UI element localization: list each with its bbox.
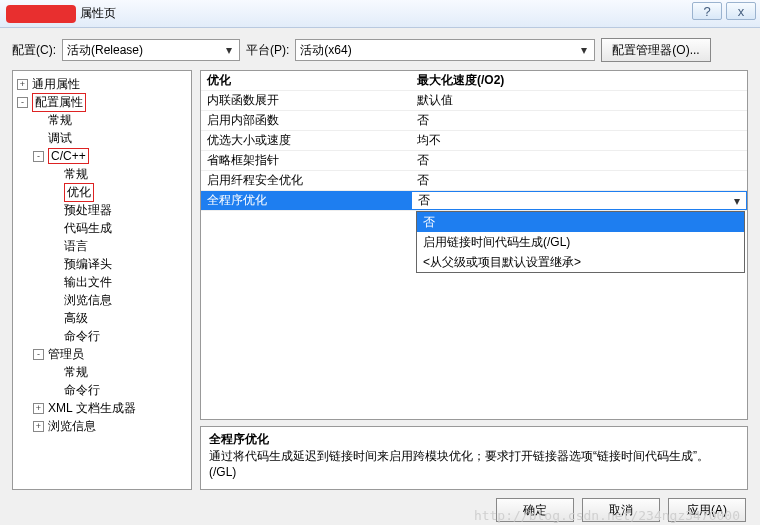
title-bar: 属性页 ? x [0, 0, 760, 28]
tree-node[interactable]: 常规 [15, 111, 189, 129]
tree-node[interactable]: 命令行 [15, 381, 189, 399]
platform-combo[interactable]: 活动(x64) ▾ [295, 39, 595, 61]
property-value[interactable]: 否 [411, 171, 747, 190]
tree-node[interactable]: +通用属性 [15, 75, 189, 93]
collapse-icon[interactable]: - [17, 97, 28, 108]
chevron-down-icon: ▾ [576, 41, 592, 59]
close-button[interactable]: x [726, 2, 756, 20]
property-grid: 优化最大化速度(/O2)内联函数展开默认值启用内部函数否优选大小或速度均不省略框… [200, 70, 748, 420]
property-value[interactable]: 否 [411, 111, 747, 130]
collapse-icon[interactable]: - [33, 151, 44, 162]
tree-node-label: 管理员 [48, 346, 84, 363]
tree-node-label: 代码生成 [64, 220, 112, 237]
tree-node[interactable]: 常规 [15, 165, 189, 183]
redaction-scribble [6, 5, 76, 23]
expand-icon[interactable]: + [33, 421, 44, 432]
configuration-row: 配置(C): 活动(Release) ▾ 平台(P): 活动(x64) ▾ 配置… [0, 28, 760, 70]
description-panel: 全程序优化 通过将代码生成延迟到链接时间来启用跨模块优化；要求打开链接器选项“链… [200, 426, 748, 490]
tree-node[interactable]: 常规 [15, 363, 189, 381]
apply-button[interactable]: 应用(A) [668, 498, 746, 522]
tree-node-label: 常规 [48, 112, 72, 129]
property-row[interactable]: 优化最大化速度(/O2) [201, 71, 747, 91]
config-label: 配置(C): [12, 42, 56, 59]
property-value[interactable]: 最大化速度(/O2) [411, 71, 747, 90]
dropdown-option[interactable]: <从父级或项目默认设置继承> [417, 252, 744, 272]
tree-node-label: 预编译头 [64, 256, 112, 273]
tree-node[interactable]: 命令行 [15, 327, 189, 345]
tree-node-label: 配置属性 [32, 93, 86, 112]
tree-node-label: XML 文档生成器 [48, 400, 136, 417]
category-tree[interactable]: +通用属性-配置属性常规调试-C/C++常规优化预处理器代码生成语言预编译头输出… [12, 70, 192, 490]
property-name: 全程序优化 [201, 191, 411, 210]
tree-node[interactable]: 预处理器 [15, 201, 189, 219]
tree-node[interactable]: 输出文件 [15, 273, 189, 291]
property-value[interactable]: 否▾ [411, 191, 747, 210]
property-row[interactable]: 内联函数展开默认值 [201, 91, 747, 111]
tree-node[interactable]: 代码生成 [15, 219, 189, 237]
property-name: 优选大小或速度 [201, 131, 411, 150]
tree-node[interactable]: -管理员 [15, 345, 189, 363]
tree-node[interactable]: 调试 [15, 129, 189, 147]
property-name: 优化 [201, 71, 411, 90]
tree-node-label: 高级 [64, 310, 88, 327]
tree-node-label: 预处理器 [64, 202, 112, 219]
property-row[interactable]: 启用纤程安全优化否 [201, 171, 747, 191]
property-name: 内联函数展开 [201, 91, 411, 110]
expand-icon[interactable]: + [33, 403, 44, 414]
property-value[interactable]: 均不 [411, 131, 747, 150]
property-name: 省略框架指针 [201, 151, 411, 170]
chevron-down-icon: ▾ [221, 41, 237, 59]
property-row[interactable]: 省略框架指针否 [201, 151, 747, 171]
tree-node[interactable]: 语言 [15, 237, 189, 255]
button-bar: 确定 取消 应用(A) [0, 490, 760, 525]
tree-node-label: 输出文件 [64, 274, 112, 291]
dropdown-option[interactable]: 启用链接时间代码生成(/GL) [417, 232, 744, 252]
tree-node-label: 优化 [64, 183, 94, 202]
tree-node-label: 语言 [64, 238, 88, 255]
dropdown-popup: 否启用链接时间代码生成(/GL)<从父级或项目默认设置继承> [416, 211, 745, 273]
description-title: 全程序优化 [209, 431, 739, 448]
dropdown-option[interactable]: 否 [417, 212, 744, 232]
platform-label: 平台(P): [246, 42, 289, 59]
tree-node-label: 浏览信息 [64, 292, 112, 309]
tree-node-label: 常规 [64, 364, 88, 381]
platform-combo-value: 活动(x64) [300, 42, 351, 59]
tree-node-label: C/C++ [48, 148, 89, 164]
tree-node[interactable]: 优化 [15, 183, 189, 201]
tree-node[interactable]: -配置属性 [15, 93, 189, 111]
cancel-button[interactable]: 取消 [582, 498, 660, 522]
tree-node[interactable]: +浏览信息 [15, 417, 189, 435]
config-manager-button[interactable]: 配置管理器(O)... [601, 38, 710, 62]
tree-node[interactable]: 预编译头 [15, 255, 189, 273]
tree-node-label: 通用属性 [32, 76, 80, 93]
expand-icon[interactable]: + [17, 79, 28, 90]
property-name: 启用纤程安全优化 [201, 171, 411, 190]
chevron-down-icon[interactable]: ▾ [730, 194, 744, 208]
property-row[interactable]: 启用内部函数否 [201, 111, 747, 131]
property-row[interactable]: 优选大小或速度均不 [201, 131, 747, 151]
property-value[interactable]: 默认值 [411, 91, 747, 110]
ok-button[interactable]: 确定 [496, 498, 574, 522]
property-name: 启用内部函数 [201, 111, 411, 130]
property-row[interactable]: 全程序优化否▾ [201, 191, 747, 211]
tree-node[interactable]: 高级 [15, 309, 189, 327]
window-title: 属性页 [80, 5, 116, 22]
tree-node-label: 命令行 [64, 328, 100, 345]
description-body: 通过将代码生成延迟到链接时间来启用跨模块优化；要求打开链接器选项“链接时间代码生… [209, 448, 739, 479]
tree-node-label: 命令行 [64, 382, 100, 399]
tree-node[interactable]: 浏览信息 [15, 291, 189, 309]
tree-node-label: 常规 [64, 166, 88, 183]
config-combo[interactable]: 活动(Release) ▾ [62, 39, 240, 61]
help-button[interactable]: ? [692, 2, 722, 20]
tree-node[interactable]: +XML 文档生成器 [15, 399, 189, 417]
tree-node[interactable]: -C/C++ [15, 147, 189, 165]
collapse-icon[interactable]: - [33, 349, 44, 360]
config-combo-value: 活动(Release) [67, 42, 143, 59]
property-value[interactable]: 否 [411, 151, 747, 170]
tree-node-label: 调试 [48, 130, 72, 147]
tree-node-label: 浏览信息 [48, 418, 96, 435]
